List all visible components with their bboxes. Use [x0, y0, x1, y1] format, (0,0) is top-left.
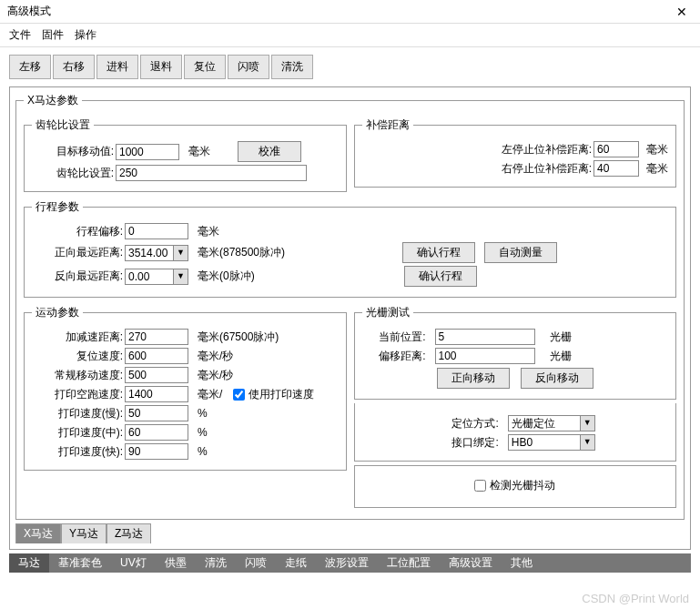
- slow-speed-input[interactable]: [125, 405, 188, 421]
- idle-speed-input[interactable]: [125, 386, 188, 402]
- gear-ratio-label: 齿轮比设置:: [32, 166, 114, 181]
- gear-legend: 齿轮比设置: [32, 117, 94, 133]
- chevron-down-icon[interactable]: ▼: [173, 269, 188, 284]
- left-comp-unit: 毫米: [646, 142, 668, 157]
- right-comp-input[interactable]: [593, 160, 639, 177]
- idle-speed-label: 打印空跑速度:: [32, 387, 123, 402]
- fast-speed-unit: %: [198, 445, 208, 458]
- idle-speed-unit: 毫米/: [198, 387, 222, 402]
- tab-base-color[interactable]: 基准套色: [49, 553, 111, 573]
- tab-flash[interactable]: 闪喷: [236, 553, 276, 573]
- fwd-dist-unit: 毫米(878500脉冲): [198, 245, 285, 260]
- close-icon[interactable]: ✕: [671, 5, 693, 19]
- watermark: CSDN @Print World: [582, 592, 689, 605]
- tab-uv[interactable]: UV灯: [111, 553, 156, 573]
- grating-legend: 光栅测试: [362, 305, 413, 320]
- fast-speed-input[interactable]: [125, 443, 188, 460]
- target-move-input[interactable]: [116, 144, 179, 160]
- retract-button[interactable]: 退料: [140, 55, 182, 79]
- normal-speed-unit: 毫米/秒: [198, 368, 233, 383]
- panel-title: X马达参数: [24, 93, 82, 108]
- mid-speed-unit: %: [198, 426, 208, 439]
- use-print-speed-checkbox[interactable]: [233, 389, 245, 401]
- travel-legend: 行程参数: [32, 199, 83, 215]
- positioning-group: 定位方式: ▼ 接口绑定: ▼: [354, 403, 677, 462]
- current-pos-label: 当前位置:: [362, 330, 426, 345]
- gear-ratio-input[interactable]: [116, 165, 307, 181]
- calibrate-button[interactable]: 校准: [238, 141, 301, 162]
- travel-offset-label: 行程偏移:: [32, 224, 123, 239]
- motion-group: 运动参数 加减速距离:毫米(67500脉冲) 复位速度:毫米/秒 常规移动速度:…: [24, 305, 347, 471]
- tab-x-motor[interactable]: X马达: [15, 523, 61, 543]
- motion-legend: 运动参数: [32, 305, 83, 320]
- window-title: 高级模式: [7, 4, 51, 19]
- auto-measure-button[interactable]: 自动测量: [484, 242, 557, 263]
- fwd-dist-label: 正向最远距离:: [32, 245, 123, 260]
- target-move-unit: 毫米: [188, 144, 210, 159]
- x-motor-panel: X马达参数 齿轮比设置 目标移动值: 毫米 校准 齿轮比设置:: [15, 93, 685, 520]
- menu-firmware[interactable]: 固件: [42, 27, 64, 43]
- comp-legend: 补偿距离: [362, 117, 413, 133]
- left-button[interactable]: 左移: [9, 55, 51, 79]
- tab-y-motor[interactable]: Y马达: [61, 523, 107, 543]
- confirm-travel-button[interactable]: 确认行程: [402, 242, 475, 263]
- tab-ink[interactable]: 供墨: [156, 553, 196, 573]
- detect-jitter-label: 检测光栅抖动: [490, 478, 555, 493]
- fast-speed-label: 打印速度(快):: [32, 444, 123, 460]
- travel-group: 行程参数 行程偏移: 毫米 正向最远距离: ▼ 毫米(878500脉冲) 确认行…: [24, 199, 676, 298]
- target-move-label: 目标移动值:: [32, 144, 114, 159]
- tab-z-motor[interactable]: Z马达: [107, 523, 151, 543]
- reset-speed-label: 复位速度:: [32, 349, 123, 364]
- chevron-down-icon[interactable]: ▼: [173, 246, 188, 260]
- tab-motor[interactable]: 马达: [9, 553, 49, 573]
- current-pos-unit: 光栅: [550, 330, 572, 345]
- travel-offset-input[interactable]: [125, 223, 188, 239]
- normal-speed-label: 常规移动速度:: [32, 368, 123, 383]
- feed-button[interactable]: 进料: [96, 55, 138, 79]
- right-comp-label: 右停止位补偿距离:: [502, 161, 592, 177]
- menu-operate[interactable]: 操作: [75, 27, 96, 43]
- reset-speed-input[interactable]: [125, 348, 188, 364]
- acc-input[interactable]: [125, 329, 188, 345]
- clean-button[interactable]: 清洗: [271, 55, 313, 79]
- offset-dist-unit: 光栅: [550, 349, 572, 364]
- rev-dist-label: 反向最远距离:: [32, 269, 123, 284]
- use-print-speed-label: 使用打印速度: [249, 387, 314, 402]
- acc-unit: 毫米(67500脉冲): [198, 330, 279, 345]
- rev-dist-unit: 毫米(0脉冲): [198, 269, 255, 284]
- current-pos-input[interactable]: [435, 329, 535, 345]
- acc-label: 加减速距离:: [32, 330, 123, 345]
- pos-mode-label: 定位方式:: [435, 416, 499, 431]
- mid-speed-input[interactable]: [125, 424, 188, 441]
- confirm-travel-button-2[interactable]: 确认行程: [404, 266, 477, 287]
- left-comp-label: 左停止位补偿距离:: [502, 142, 592, 157]
- right-comp-unit: 毫米: [646, 161, 668, 177]
- left-comp-input[interactable]: [593, 141, 639, 157]
- mid-speed-label: 打印速度(中):: [32, 425, 123, 441]
- tab-advanced[interactable]: 高级设置: [440, 553, 502, 573]
- detect-jitter-checkbox[interactable]: [474, 480, 486, 492]
- tab-station[interactable]: 工位配置: [378, 553, 440, 573]
- tab-other[interactable]: 其他: [502, 553, 542, 573]
- normal-speed-input[interactable]: [125, 367, 188, 383]
- tab-clean[interactable]: 清洗: [196, 553, 236, 573]
- forward-move-button[interactable]: 正向移动: [437, 368, 510, 389]
- flash-button[interactable]: 闪喷: [228, 55, 269, 79]
- slow-speed-unit: %: [198, 407, 208, 420]
- reset-button[interactable]: 复位: [184, 55, 226, 79]
- reverse-move-button[interactable]: 反向移动: [521, 368, 593, 389]
- chevron-down-icon[interactable]: ▼: [580, 416, 594, 431]
- reset-speed-unit: 毫米/秒: [198, 349, 233, 364]
- offset-dist-label: 偏移距离:: [362, 349, 426, 364]
- tab-paper[interactable]: 走纸: [276, 553, 316, 573]
- slow-speed-label: 打印速度(慢):: [32, 406, 123, 421]
- right-button[interactable]: 右移: [53, 55, 95, 79]
- offset-dist-input[interactable]: [435, 348, 535, 364]
- chevron-down-icon[interactable]: ▼: [580, 435, 594, 450]
- menu-file[interactable]: 文件: [9, 27, 31, 43]
- port-bind-label: 接口绑定:: [435, 435, 499, 451]
- travel-offset-unit: 毫米: [198, 224, 219, 239]
- grating-test-group: 光栅测试 当前位置:光栅 偏移距离:光栅 正向移动 反向移动: [354, 305, 677, 400]
- compensation-group: 补偿距离 左停止位补偿距离: 毫米 右停止位补偿距离: 毫米: [354, 117, 677, 188]
- tab-wave[interactable]: 波形设置: [316, 553, 378, 573]
